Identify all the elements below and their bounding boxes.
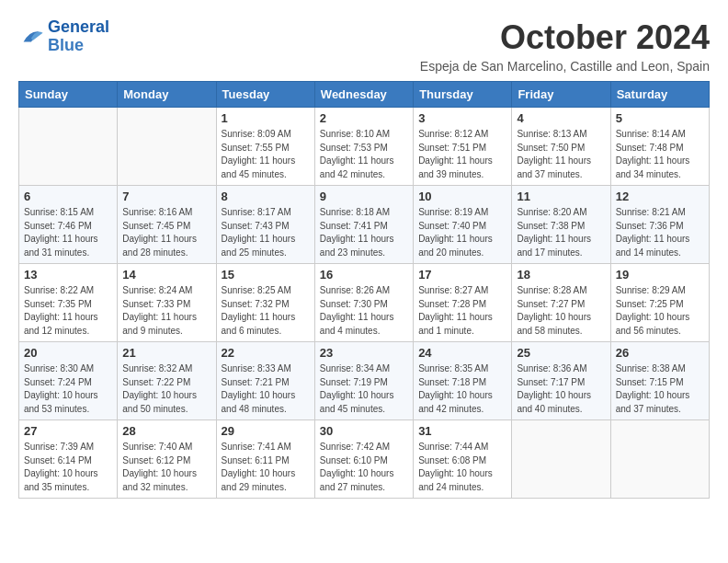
calendar-header-row: SundayMondayTuesdayWednesdayThursdayFrid… [19, 82, 710, 108]
day-number: 13 [24, 268, 112, 282]
day-info: Sunrise: 8:30 AM Sunset: 7:24 PM Dayligh… [24, 362, 112, 416]
day-number: 20 [24, 346, 112, 360]
day-number: 31 [418, 424, 506, 438]
calendar-cell: 20Sunrise: 8:30 AM Sunset: 7:24 PM Dayli… [19, 342, 118, 420]
day-info: Sunrise: 8:38 AM Sunset: 7:15 PM Dayligh… [616, 362, 704, 416]
day-number: 18 [517, 268, 605, 282]
calendar-cell: 5Sunrise: 8:14 AM Sunset: 7:48 PM Daylig… [610, 108, 709, 186]
calendar-day-header: Wednesday [314, 82, 413, 108]
day-number: 12 [616, 190, 704, 203]
calendar-cell: 6Sunrise: 8:15 AM Sunset: 7:46 PM Daylig… [19, 186, 118, 264]
calendar-cell: 1Sunrise: 8:09 AM Sunset: 7:55 PM Daylig… [216, 108, 314, 186]
calendar-cell: 18Sunrise: 8:28 AM Sunset: 7:27 PM Dayli… [512, 264, 610, 342]
calendar-week-row: 13Sunrise: 8:22 AM Sunset: 7:35 PM Dayli… [19, 264, 710, 342]
day-number: 2 [320, 111, 408, 125]
calendar-cell: 25Sunrise: 8:36 AM Sunset: 7:17 PM Dayli… [512, 342, 610, 420]
day-number: 28 [122, 424, 210, 438]
day-info: Sunrise: 7:41 AM Sunset: 6:11 PM Dayligh… [222, 441, 310, 494]
day-info: Sunrise: 7:40 AM Sunset: 6:12 PM Dayligh… [122, 441, 210, 494]
calendar-cell: 11Sunrise: 8:20 AM Sunset: 7:38 PM Dayli… [512, 186, 610, 264]
day-info: Sunrise: 8:27 AM Sunset: 7:28 PM Dayligh… [418, 284, 506, 338]
calendar-week-row: 27Sunrise: 7:39 AM Sunset: 6:14 PM Dayli… [19, 420, 710, 499]
calendar-cell: 16Sunrise: 8:26 AM Sunset: 7:30 PM Dayli… [314, 264, 413, 342]
day-number: 29 [222, 424, 310, 438]
day-info: Sunrise: 8:24 AM Sunset: 7:33 PM Dayligh… [122, 284, 210, 338]
day-number: 23 [320, 346, 408, 360]
day-number: 10 [418, 190, 506, 203]
day-info: Sunrise: 8:10 AM Sunset: 7:53 PM Dayligh… [320, 128, 408, 181]
day-info: Sunrise: 7:44 AM Sunset: 6:08 PM Dayligh… [418, 441, 506, 494]
day-number: 19 [616, 268, 704, 282]
day-number: 9 [320, 190, 408, 203]
calendar-day-header: Monday [118, 82, 216, 108]
calendar-cell: 30Sunrise: 7:42 AM Sunset: 6:10 PM Dayli… [314, 420, 413, 499]
day-number: 5 [616, 111, 704, 125]
calendar-cell: 2Sunrise: 8:10 AM Sunset: 7:53 PM Daylig… [314, 108, 413, 186]
day-info: Sunrise: 8:20 AM Sunset: 7:38 PM Dayligh… [517, 206, 605, 259]
calendar-cell: 27Sunrise: 7:39 AM Sunset: 6:14 PM Dayli… [19, 420, 118, 499]
calendar-cell: 15Sunrise: 8:25 AM Sunset: 7:32 PM Dayli… [216, 264, 314, 342]
calendar-cell: 24Sunrise: 8:35 AM Sunset: 7:18 PM Dayli… [414, 342, 512, 420]
day-info: Sunrise: 8:33 AM Sunset: 7:21 PM Dayligh… [222, 362, 310, 416]
day-info: Sunrise: 8:36 AM Sunset: 7:17 PM Dayligh… [517, 362, 605, 416]
day-info: Sunrise: 8:32 AM Sunset: 7:22 PM Dayligh… [122, 362, 210, 416]
calendar-cell: 8Sunrise: 8:17 AM Sunset: 7:43 PM Daylig… [216, 186, 314, 264]
calendar-cell [610, 420, 709, 499]
location-subtitle: Espeja de San Marcelino, Castille and Le… [420, 59, 710, 74]
day-info: Sunrise: 8:17 AM Sunset: 7:43 PM Dayligh… [222, 206, 310, 259]
day-number: 24 [418, 346, 506, 360]
logo-bird-icon [18, 24, 44, 50]
calendar-cell: 28Sunrise: 7:40 AM Sunset: 6:12 PM Dayli… [118, 420, 216, 499]
day-info: Sunrise: 8:26 AM Sunset: 7:30 PM Dayligh… [320, 284, 408, 338]
logo: General Blue [18, 18, 109, 55]
day-info: Sunrise: 8:09 AM Sunset: 7:55 PM Dayligh… [222, 128, 310, 181]
calendar-cell [19, 108, 118, 186]
day-info: Sunrise: 7:42 AM Sunset: 6:10 PM Dayligh… [320, 441, 408, 494]
day-info: Sunrise: 8:19 AM Sunset: 7:40 PM Dayligh… [418, 206, 506, 259]
calendar-cell: 7Sunrise: 8:16 AM Sunset: 7:45 PM Daylig… [118, 186, 216, 264]
calendar-week-row: 1Sunrise: 8:09 AM Sunset: 7:55 PM Daylig… [19, 108, 710, 186]
day-number: 26 [616, 346, 704, 360]
calendar-cell: 31Sunrise: 7:44 AM Sunset: 6:08 PM Dayli… [414, 420, 512, 499]
day-info: Sunrise: 8:16 AM Sunset: 7:45 PM Dayligh… [122, 206, 210, 259]
calendar-cell: 26Sunrise: 8:38 AM Sunset: 7:15 PM Dayli… [610, 342, 709, 420]
calendar-body: 1Sunrise: 8:09 AM Sunset: 7:55 PM Daylig… [19, 108, 710, 499]
month-title: October 2024 [420, 18, 710, 57]
day-number: 3 [418, 111, 506, 125]
day-info: Sunrise: 8:21 AM Sunset: 7:36 PM Dayligh… [616, 206, 704, 259]
calendar-cell: 17Sunrise: 8:27 AM Sunset: 7:28 PM Dayli… [414, 264, 512, 342]
day-info: Sunrise: 8:14 AM Sunset: 7:48 PM Dayligh… [616, 128, 704, 181]
day-number: 30 [320, 424, 408, 438]
calendar-cell: 3Sunrise: 8:12 AM Sunset: 7:51 PM Daylig… [414, 108, 512, 186]
calendar-day-header: Thursday [414, 82, 512, 108]
day-number: 25 [517, 346, 605, 360]
day-number: 8 [222, 190, 310, 203]
day-info: Sunrise: 8:25 AM Sunset: 7:32 PM Dayligh… [222, 284, 310, 338]
calendar-cell: 29Sunrise: 7:41 AM Sunset: 6:11 PM Dayli… [216, 420, 314, 499]
calendar-cell: 9Sunrise: 8:18 AM Sunset: 7:41 PM Daylig… [314, 186, 413, 264]
calendar-table: SundayMondayTuesdayWednesdayThursdayFrid… [18, 81, 710, 499]
day-info: Sunrise: 8:12 AM Sunset: 7:51 PM Dayligh… [418, 128, 506, 181]
day-number: 6 [24, 190, 112, 203]
day-info: Sunrise: 8:34 AM Sunset: 7:19 PM Dayligh… [320, 362, 408, 416]
day-number: 21 [122, 346, 210, 360]
calendar-cell [512, 420, 610, 499]
day-info: Sunrise: 8:13 AM Sunset: 7:50 PM Dayligh… [517, 128, 605, 181]
day-number: 15 [222, 268, 310, 282]
calendar-cell [118, 108, 216, 186]
calendar-cell: 10Sunrise: 8:19 AM Sunset: 7:40 PM Dayli… [414, 186, 512, 264]
calendar-cell: 22Sunrise: 8:33 AM Sunset: 7:21 PM Dayli… [216, 342, 314, 420]
day-info: Sunrise: 8:35 AM Sunset: 7:18 PM Dayligh… [418, 362, 506, 416]
day-number: 1 [222, 111, 310, 125]
day-info: Sunrise: 8:28 AM Sunset: 7:27 PM Dayligh… [517, 284, 605, 338]
day-info: Sunrise: 7:39 AM Sunset: 6:14 PM Dayligh… [24, 441, 112, 494]
calendar-day-header: Saturday [610, 82, 709, 108]
calendar-week-row: 20Sunrise: 8:30 AM Sunset: 7:24 PM Dayli… [19, 342, 710, 420]
day-info: Sunrise: 8:15 AM Sunset: 7:46 PM Dayligh… [24, 206, 112, 259]
calendar-cell: 13Sunrise: 8:22 AM Sunset: 7:35 PM Dayli… [19, 264, 118, 342]
day-number: 11 [517, 190, 605, 203]
calendar-cell: 12Sunrise: 8:21 AM Sunset: 7:36 PM Dayli… [610, 186, 709, 264]
title-block: October 2024 Espeja de San Marcelino, Ca… [420, 18, 710, 74]
day-number: 17 [418, 268, 506, 282]
calendar-day-header: Friday [512, 82, 610, 108]
